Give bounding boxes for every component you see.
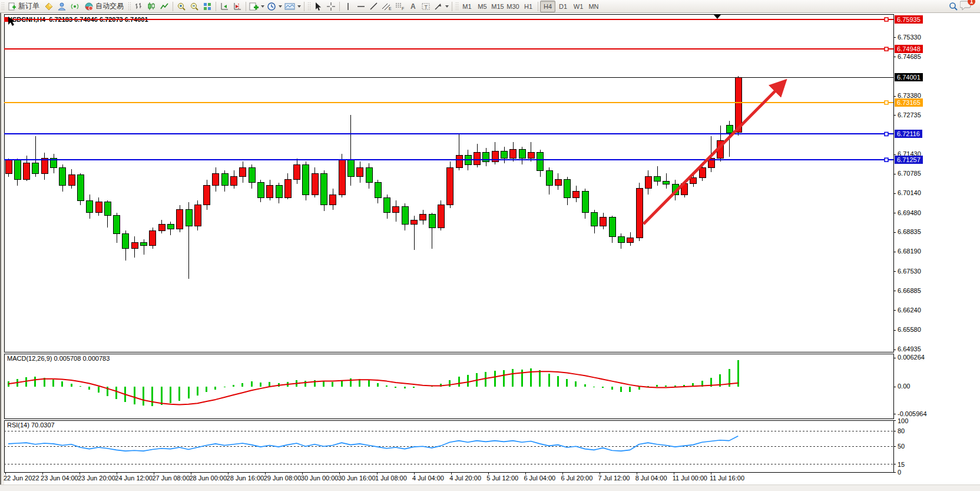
price-tag: 6.74001 <box>895 73 923 81</box>
price-axis-tick: 6.69480 <box>898 209 921 216</box>
signals-icon <box>70 2 80 11</box>
chart-canvas[interactable] <box>0 13 980 491</box>
toolbar-separator <box>538 2 538 11</box>
time-axis-label: 7 Jul 12:00 <box>598 474 630 482</box>
template-button[interactable] <box>283 1 302 12</box>
toolbar-grip[interactable] <box>1 2 4 11</box>
timeframe-h4-button[interactable]: H4 <box>540 1 555 12</box>
time-axis-label: 30 Jun 16:00 <box>338 474 376 482</box>
cursor-button[interactable] <box>312 1 325 12</box>
chart-shift-button[interactable] <box>231 1 244 12</box>
rsi-panel[interactable] <box>4 420 893 472</box>
chart-window[interactable]: USDCNH,H4 6.72183 6.74046 6.72073 6.7400… <box>0 13 980 491</box>
timeframe-d1-button[interactable]: D1 <box>555 1 571 12</box>
toolbar-grip[interactable] <box>455 2 458 11</box>
toolbar-separator <box>173 2 173 11</box>
tile-windows-button[interactable] <box>201 1 214 12</box>
vertical-line-button[interactable] <box>342 1 355 12</box>
auto-scroll-button[interactable] <box>218 1 231 12</box>
fibonacci-button[interactable]: F <box>393 1 406 12</box>
line-handle[interactable] <box>885 101 888 104</box>
rsi-axis-tick: 15 <box>898 461 905 468</box>
macd-panel[interactable] <box>4 354 893 418</box>
tile-windows-icon <box>203 2 212 11</box>
time-axis-label: 1 Jul 08:00 <box>375 474 407 482</box>
time-axis-label: 30 Jun 00:00 <box>301 474 339 482</box>
time-axis-label: 28 Jun 16:00 <box>227 474 264 482</box>
timeframe-m1-button[interactable]: M1 <box>459 1 475 12</box>
community-button[interactable] <box>55 1 68 12</box>
price-tag: 6.74948 <box>895 45 923 53</box>
autotrading-button[interactable]: 自动交易 <box>81 1 127 12</box>
chevron-down-icon <box>297 5 301 8</box>
signals-button[interactable] <box>68 1 81 12</box>
price-tag: 6.73165 <box>895 98 923 107</box>
cursor-icon <box>313 2 323 11</box>
time-axis-label: 23 Jun 20:00 <box>78 474 115 482</box>
macd-axis-tick: 0.006264 <box>898 354 925 361</box>
trendline-button[interactable] <box>368 1 380 12</box>
trend-arrow[interactable] <box>644 82 784 224</box>
rsi-axis-tick: 0 <box>898 469 901 476</box>
price-tag: 6.71257 <box>895 156 923 164</box>
price-axis-tick: 6.70785 <box>898 170 921 177</box>
crosshair-button[interactable] <box>325 1 337 12</box>
new-order-button[interactable]: 新订单 <box>5 1 42 12</box>
svg-text:E: E <box>389 6 392 11</box>
chart-shift-marker[interactable] <box>714 15 721 19</box>
arrows-button[interactable] <box>432 1 450 12</box>
horizontal-line-button[interactable] <box>355 1 368 12</box>
timeframe-m15-button[interactable]: M15 <box>490 1 505 12</box>
search-icon <box>949 2 958 11</box>
line-handle[interactable] <box>4 17 9 22</box>
price-tag: 6.72116 <box>895 130 922 138</box>
search-button[interactable] <box>947 1 960 12</box>
toolbar-grip[interactable] <box>128 2 131 11</box>
rsi-axis-tick: 50 <box>898 443 905 450</box>
vertical-line-icon <box>343 2 353 11</box>
text-button[interactable]: A <box>406 1 419 12</box>
macd-series <box>8 360 738 406</box>
line-chart-icon <box>160 2 169 11</box>
timeframe-mn-button[interactable]: MN <box>586 1 601 12</box>
zoom-in-button[interactable] <box>175 1 188 12</box>
toolbar-grip[interactable] <box>307 2 310 11</box>
time-axis-label: 28 Jun 00:00 <box>190 474 227 482</box>
timeframe-m5-button[interactable]: M5 <box>475 1 490 12</box>
price-axis-tick: 6.70140 <box>898 189 921 196</box>
bar-chart-button[interactable] <box>132 1 145 12</box>
price-tag: 6.75935 <box>895 15 923 24</box>
market-watch-button[interactable] <box>42 1 55 12</box>
chat-button[interactable]: 1 <box>960 0 972 12</box>
chevron-down-icon <box>279 5 282 8</box>
new-chart-button[interactable] <box>248 1 266 12</box>
line-handle[interactable] <box>885 18 888 21</box>
rsi-line <box>8 436 738 451</box>
candlestick-chart-button[interactable] <box>145 1 158 12</box>
zoom-out-button[interactable] <box>188 1 201 12</box>
timeframe-m30-button[interactable]: M30 <box>505 1 521 12</box>
text-label-button[interactable]: T <box>419 1 432 12</box>
price-axis-tick: 6.64935 <box>898 345 921 352</box>
timeframe-w1-button[interactable]: W1 <box>571 1 586 12</box>
channel-button[interactable]: E <box>380 1 393 12</box>
chevron-down-icon <box>261 5 264 8</box>
period-selector-button[interactable] <box>266 1 283 12</box>
time-axis-label: 29 Jun 08:00 <box>264 474 302 482</box>
time-axis-label: 6 Jul 04:00 <box>524 474 555 482</box>
timeframe-h1-button[interactable]: H1 <box>521 1 536 12</box>
crosshair-icon <box>326 2 336 11</box>
template-icon <box>284 2 295 11</box>
auto-scroll-icon <box>220 2 229 11</box>
text-icon: A <box>408 2 418 11</box>
rsi-axis-tick: 80 <box>898 427 905 434</box>
line-handle[interactable] <box>885 158 888 162</box>
market-watch-icon <box>44 2 54 11</box>
zoom-out-icon <box>190 2 199 11</box>
line-handle[interactable] <box>885 47 888 51</box>
line-handle[interactable] <box>885 132 888 136</box>
text-label-icon: T <box>421 2 431 11</box>
chevron-down-icon <box>445 5 449 8</box>
zoom-in-icon <box>177 2 186 11</box>
line-chart-button[interactable] <box>158 1 171 12</box>
